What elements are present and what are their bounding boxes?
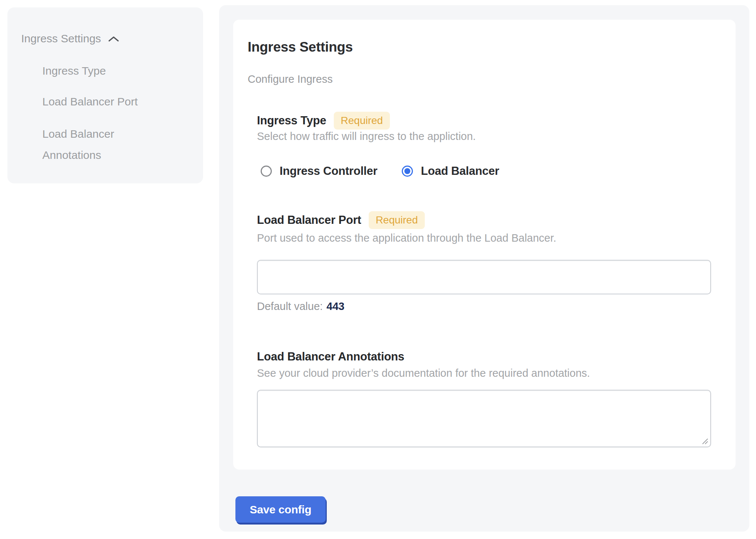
radio-selected-icon[interactable]: [402, 166, 413, 177]
radio-label-ingress-controller: Ingress Controller: [280, 163, 377, 179]
chevron-up-icon: [108, 35, 120, 43]
lb-annotations-label: Load Balancer Annotations: [257, 349, 404, 365]
ingress-type-label: Ingress Type: [257, 112, 326, 129]
lb-annotations-textarea[interactable]: [257, 390, 711, 447]
sidebar-item-load-balancer-port[interactable]: Load Balancer Port: [42, 95, 169, 109]
lb-port-default-line: Default value:443: [257, 299, 345, 314]
default-value-number: 443: [326, 300, 344, 312]
save-config-button[interactable]: Save config: [235, 496, 326, 523]
lb-port-header: Load Balancer Port Required: [257, 211, 425, 229]
lb-port-label: Load Balancer Port: [257, 212, 361, 228]
settings-sidebar: Ingress Settings Ingress Type Load Balan…: [7, 7, 203, 183]
sidebar-item-ingress-type[interactable]: Ingress Type: [42, 64, 169, 78]
sidebar-item-load-balancer-annotations[interactable]: Load Balancer Annotations: [42, 123, 169, 166]
sidebar-group-label: Ingress Settings: [21, 31, 101, 46]
radio-label-load-balancer: Load Balancer: [421, 163, 499, 179]
resize-handle-icon[interactable]: [700, 437, 708, 445]
lb-annotations-header: Load Balancer Annotations: [257, 349, 404, 365]
sidebar-group-ingress-settings[interactable]: Ingress Settings: [21, 31, 120, 46]
radio-unselected-icon[interactable]: [261, 166, 272, 177]
lb-annotations-textarea-wrap: [257, 390, 711, 447]
page-title: Ingress Settings: [248, 38, 353, 56]
page-subtitle: Configure Ingress: [248, 72, 333, 86]
default-value-label: Default value:: [257, 300, 323, 312]
main-panel: Ingress Settings Configure Ingress Ingre…: [219, 5, 749, 532]
lb-port-description: Port used to access the application thro…: [257, 231, 556, 245]
ingress-type-header: Ingress Type Required: [257, 112, 390, 130]
ingress-type-radio-group: Ingress Controller Load Balancer: [261, 161, 499, 182]
lb-annotations-description: See your cloud provider’s documentation …: [257, 366, 590, 380]
ingress-settings-card: Ingress Settings Configure Ingress Ingre…: [233, 20, 736, 470]
radio-option-load-balancer[interactable]: Load Balancer: [402, 163, 499, 179]
required-badge: Required: [334, 112, 390, 130]
radio-option-ingress-controller[interactable]: Ingress Controller: [261, 163, 377, 179]
ingress-type-description: Select how traffic will ingress to the a…: [257, 129, 476, 144]
required-badge: Required: [369, 211, 425, 229]
lb-port-input[interactable]: [257, 260, 711, 294]
